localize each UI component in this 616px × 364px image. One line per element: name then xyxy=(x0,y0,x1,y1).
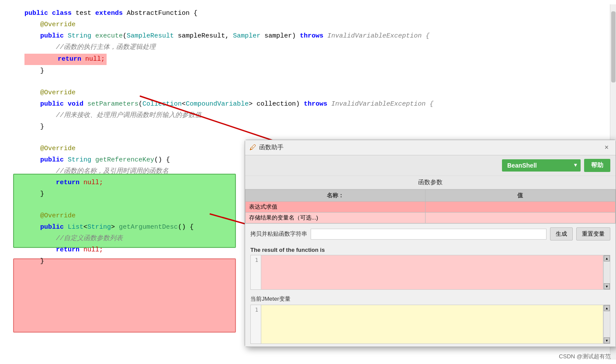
line-content: } xyxy=(17,122,44,132)
line-content: @Override xyxy=(17,211,76,221)
code-line-2: @Override xyxy=(0,19,616,31)
code-line-8: @Override xyxy=(0,87,616,99)
code-line-10: //用来接收、处理用户调用函数时所输入的参数值 xyxy=(0,110,616,121)
result-textarea-container: 1 ▲ ▼ xyxy=(250,255,610,290)
dialog-icon: 🖊 xyxy=(249,144,256,152)
code-line-6: } xyxy=(0,65,616,77)
param-value-input[interactable] xyxy=(429,204,612,210)
result-textarea[interactable] xyxy=(261,255,603,290)
params-table: 名称： 值 表达式求值 存储结果的变量名（可选...) xyxy=(245,189,616,223)
line-content: return null; xyxy=(17,178,103,188)
help-button[interactable]: 帮助 xyxy=(584,159,610,172)
line-content: return null; xyxy=(17,54,107,65)
param-value-input-2[interactable] xyxy=(429,215,612,221)
function-select[interactable]: BeanShell __BeanShell __groovy __Random xyxy=(502,159,581,172)
code-line-4: //函数的执行主体，函数逻辑处理 xyxy=(0,42,616,53)
scroll-up-btn[interactable]: ▲ xyxy=(604,255,610,261)
scroll-down-btn[interactable]: ▼ xyxy=(604,283,610,289)
pink-highlight-block xyxy=(13,258,236,333)
line-content: public List<String> getArgumentDesc() { xyxy=(17,222,194,233)
col-value-header: 值 xyxy=(425,190,615,202)
result-line-number: 1 xyxy=(250,255,261,290)
line-content: @Override xyxy=(17,20,76,30)
line-content: @Override xyxy=(17,144,76,154)
function-helper-dialog: 🖊 函数助手 × BeanShell __BeanShell __groovy … xyxy=(245,140,616,347)
col-name-header: 名称： xyxy=(246,190,426,202)
jmeter-scrollbar[interactable]: ▲ ▼ xyxy=(603,305,610,344)
code-line-7 xyxy=(0,77,616,87)
code-line-5: return null; xyxy=(0,53,616,65)
line-content: public class test extends AbstractFuncti… xyxy=(17,8,197,19)
table-header-row: 名称： 值 xyxy=(246,190,616,202)
line-content: //用来接收、处理用户调用函数时所输入的参数值 xyxy=(17,110,201,121)
line-content: } xyxy=(17,66,44,76)
line-content: public String execute(SampleResult sampl… xyxy=(17,31,429,41)
code-line-11: } xyxy=(0,121,616,133)
line-content: public void setParameters(Collection<Com… xyxy=(17,99,433,110)
jmeter-line-number: 1 xyxy=(250,305,261,344)
line-content: @Override xyxy=(17,88,76,98)
line-content: //函数的名称，及引用时调用的函数名 xyxy=(17,166,169,177)
copy-row: 拷贝并粘贴函数字符串 生成 重置变量 xyxy=(245,223,616,244)
param-value-cell-2[interactable] xyxy=(425,213,615,223)
result-scrollbar[interactable]: ▲ ▼ xyxy=(603,255,610,290)
function-select-wrapper: BeanShell __BeanShell __groovy __Random … xyxy=(502,159,581,172)
jmeter-label: 当前JMeter变量 xyxy=(250,295,610,303)
dialog-close-button[interactable]: × xyxy=(602,143,611,152)
generate-button[interactable]: 生成 xyxy=(550,227,573,240)
line-content: //函数的执行主体，函数逻辑处理 xyxy=(17,42,156,53)
dialog-title-left: 🖊 函数助手 xyxy=(249,144,284,152)
table-row: 表达式求值 xyxy=(246,202,616,213)
line-content: } xyxy=(17,189,44,199)
line-content: public String getReferenceKey() { xyxy=(17,155,170,165)
line-content: return null; xyxy=(17,245,103,255)
param-value-cell[interactable] xyxy=(425,202,615,213)
param-name-cell: 表达式求值 xyxy=(246,202,426,213)
watermark: CSDN @测试超有范 xyxy=(559,353,611,361)
line-content: } xyxy=(17,256,44,267)
jmeter-scroll-up-btn[interactable]: ▲ xyxy=(604,305,610,311)
jmeter-textarea[interactable] xyxy=(261,305,603,344)
dialog-titlebar: 🖊 函数助手 × xyxy=(245,140,616,155)
func-params-header: 函数参数 xyxy=(245,176,616,189)
code-line-3: public String execute(SampleResult sampl… xyxy=(0,31,616,42)
dialog-title-text: 函数助手 xyxy=(259,144,284,151)
copy-label: 拷贝并粘贴函数字符串 xyxy=(250,230,307,238)
jmeter-textarea-container: 1 ▲ ▼ xyxy=(250,305,610,344)
func-params-section: 函数参数 名称： 值 表达式求值 存储结果的变量名（可选...) xyxy=(245,175,616,223)
code-line-9: public void setParameters(Collection<Com… xyxy=(0,99,616,110)
param-name-cell-2: 存储结果的变量名（可选...) xyxy=(246,213,426,223)
toolbar-row: BeanShell __BeanShell __groovy __Random … xyxy=(245,155,616,175)
line-content: //自定义函数参数列表 xyxy=(17,234,123,244)
copy-input[interactable] xyxy=(311,229,547,240)
code-line-1: public class test extends AbstractFuncti… xyxy=(0,8,616,19)
jmeter-section: 当前JMeter变量 1 ▲ ▼ xyxy=(245,292,616,347)
result-section: The result of the function is 1 ▲ ▼ xyxy=(245,244,616,292)
result-label: The result of the function is xyxy=(250,247,610,253)
reset-variables-button[interactable]: 重置变量 xyxy=(576,227,610,240)
jmeter-scroll-down-btn[interactable]: ▼ xyxy=(604,337,610,343)
table-row: 存储结果的变量名（可选...) xyxy=(246,213,616,223)
